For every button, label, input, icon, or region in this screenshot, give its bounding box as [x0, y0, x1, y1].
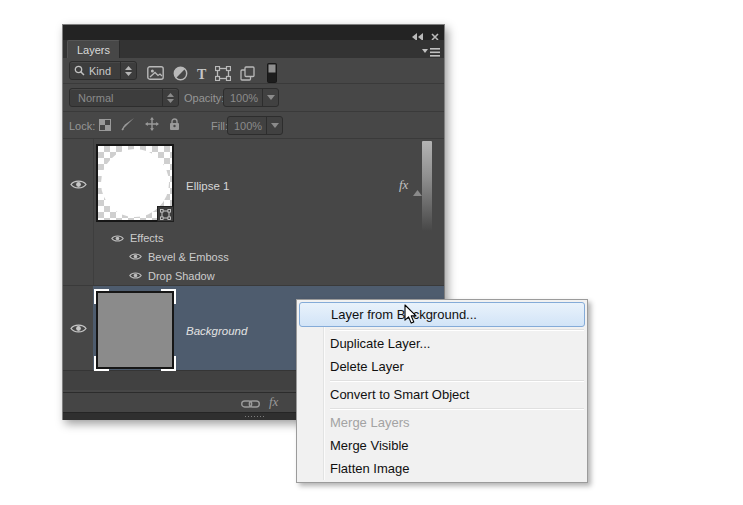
blend-row: Normal Opacity: 100%	[63, 84, 444, 112]
layer-name-background[interactable]: Background	[186, 325, 247, 337]
opacity-value: 100%	[224, 92, 258, 104]
updown-arrows-icon	[120, 62, 136, 79]
layer-row-ellipse-1[interactable]: Ellipse 1 fx	[63, 139, 444, 229]
menu-item-merge-layers[interactable]: Merge Layers	[297, 411, 587, 434]
visibility-eye-icon[interactable]	[129, 252, 142, 261]
pixel-layers-filter-icon[interactable]	[147, 66, 164, 84]
lock-all-padlock-icon[interactable]	[169, 117, 180, 135]
panel-tabbar: Layers	[63, 40, 444, 58]
fill-value: 100%	[228, 120, 262, 132]
type-layers-filter-icon[interactable]: T	[197, 67, 206, 83]
thumb-corner-bracket	[161, 289, 176, 304]
updown-arrows-icon	[162, 89, 178, 106]
layer-thumbnail-ellipse[interactable]	[96, 144, 174, 222]
screenshot-stage: Layers Kind	[0, 0, 743, 505]
blend-mode-value: Normal	[70, 92, 113, 104]
lock-row: Lock: Fill: 100%	[63, 112, 444, 139]
dropdown-arrow-icon	[262, 89, 278, 106]
effect-label-drop-shadow: Drop Shadow	[148, 270, 215, 282]
lock-label: Lock:	[69, 120, 95, 132]
mouse-cursor-arrow	[404, 304, 418, 329]
shape-layers-filter-icon[interactable]	[215, 66, 231, 85]
effect-row-drop-shadow[interactable]: Drop Shadow	[63, 266, 444, 285]
opacity-value-dropdown[interactable]: 100%	[223, 88, 279, 107]
effects-label: Effects	[130, 232, 163, 244]
adjustment-layers-filter-icon[interactable]	[173, 66, 188, 85]
filter-kind-dropdown[interactable]: Kind	[69, 61, 137, 80]
layer-name-ellipse-1[interactable]: Ellipse 1	[186, 180, 229, 192]
search-icon	[70, 65, 89, 76]
effect-row-bevel-emboss[interactable]: Bevel & Emboss	[63, 247, 444, 266]
menu-item-flatten-image[interactable]: Flatten Image	[297, 457, 587, 480]
resize-grip-icon[interactable]	[244, 415, 266, 419]
effect-label-bevel-emboss: Bevel & Emboss	[148, 251, 229, 263]
visibility-eye-icon[interactable]	[63, 286, 93, 370]
menu-item-duplicate-layer[interactable]: Duplicate Layer...	[297, 332, 587, 355]
lock-position-move-icon[interactable]	[145, 117, 159, 135]
lock-transparency-icon[interactable]	[99, 117, 111, 135]
panel-titlebar	[63, 25, 444, 40]
thumb-corner-bracket	[94, 356, 109, 371]
dropdown-arrow-icon	[266, 117, 282, 134]
layer-fx-indicator: fx	[399, 177, 408, 193]
effects-header-row[interactable]: Effects	[63, 229, 444, 247]
add-layer-style-fx-icon[interactable]: fx	[269, 394, 278, 410]
fx-collapse-arrow-icon[interactable]	[413, 182, 422, 200]
thumb-corner-bracket	[94, 289, 109, 304]
menu-item-merge-visible[interactable]: Merge Visible	[297, 434, 587, 457]
fill-value-dropdown[interactable]: 100%	[227, 116, 283, 135]
layer-context-menu: Layer from Background... Duplicate Layer…	[296, 299, 588, 483]
visibility-eye-icon[interactable]	[129, 271, 142, 280]
menu-item-delete-layer[interactable]: Delete Layer	[297, 355, 587, 378]
filter-row: Kind T	[63, 58, 444, 84]
thumb-corner-bracket	[161, 356, 176, 371]
list-scrollbar-thumb[interactable]	[422, 141, 432, 231]
filter-kind-label: Kind	[89, 65, 111, 77]
tab-layers[interactable]: Layers	[67, 40, 120, 58]
fill-label: Fill:	[211, 120, 228, 132]
menu-item-layer-from-background[interactable]: Layer from Background...	[299, 302, 585, 327]
opacity-label: Opacity:	[184, 92, 224, 104]
layer-thumbnail-background[interactable]	[96, 291, 174, 369]
blend-mode-dropdown[interactable]: Normal	[69, 88, 179, 107]
panel-menu-icon[interactable]	[422, 44, 440, 55]
smart-objects-filter-icon[interactable]	[240, 66, 255, 85]
shape-layer-badge-icon	[157, 206, 174, 222]
visibility-eye-icon[interactable]	[111, 234, 124, 243]
menu-item-convert-to-smart-object[interactable]: Convert to Smart Object	[297, 383, 587, 406]
lock-pixels-brush-icon[interactable]	[121, 117, 135, 135]
visibility-eye-icon[interactable]	[63, 139, 93, 229]
